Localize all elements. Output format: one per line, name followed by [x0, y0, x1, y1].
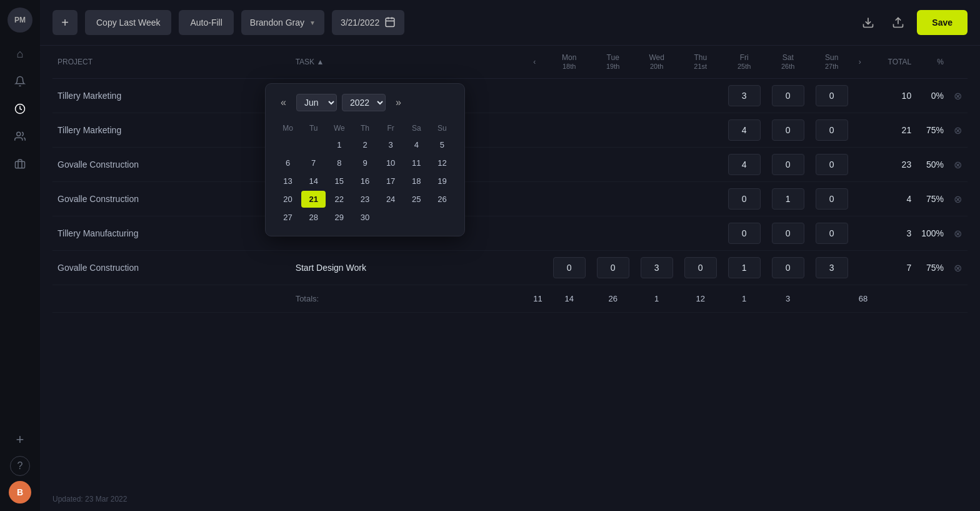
day-input-sat[interactable]: [772, 257, 804, 278]
calendar-day[interactable]: 11: [404, 154, 429, 171]
calendar-day[interactable]: 13: [276, 173, 300, 190]
day-cell-sun[interactable]: [810, 79, 854, 113]
day-cell-thu[interactable]: [679, 79, 722, 113]
day-cell-thu[interactable]: [679, 182, 722, 216]
day-cell-tue[interactable]: [591, 216, 635, 251]
day-cell-tue[interactable]: [591, 251, 635, 285]
year-select[interactable]: 20202021202220232024: [342, 94, 386, 111]
sidebar-item-timesheet[interactable]: [9, 98, 31, 120]
delete-icon[interactable]: ⊗: [954, 228, 962, 239]
day-cell-mon[interactable]: [548, 251, 591, 285]
day-cell-wed[interactable]: [635, 79, 679, 113]
sidebar-item-team[interactable]: [9, 125, 31, 148]
day-cell-thu[interactable]: [679, 251, 722, 285]
calendar-day[interactable]: 8: [327, 154, 351, 171]
day-input-sat[interactable]: [772, 188, 804, 210]
calendar-day[interactable]: 4: [404, 136, 429, 153]
day-input-sun[interactable]: [816, 154, 848, 175]
day-cell-sat[interactable]: [766, 148, 810, 182]
day-cell-tue[interactable]: [591, 79, 635, 113]
date-picker-button[interactable]: 3/21/2022: [332, 10, 404, 35]
day-cell-fri[interactable]: [722, 216, 766, 251]
calendar-day[interactable]: 17: [379, 173, 403, 190]
delete-icon[interactable]: ⊗: [954, 91, 962, 101]
calendar-day[interactable]: 7: [301, 154, 326, 171]
day-input-sun[interactable]: [816, 188, 848, 210]
day-input-wed[interactable]: [641, 257, 673, 278]
day-input-thu[interactable]: [684, 257, 717, 278]
day-cell-tue[interactable]: [591, 113, 635, 148]
save-button[interactable]: Save: [917, 10, 968, 35]
calendar-day[interactable]: 24: [379, 191, 403, 208]
day-input-sun[interactable]: [816, 119, 848, 141]
day-input-fri[interactable]: [728, 188, 761, 210]
day-input-fri[interactable]: [728, 223, 761, 244]
day-cell-sat[interactable]: [766, 251, 810, 285]
day-cell-fri[interactable]: [722, 251, 766, 285]
day-cell-fri[interactable]: [722, 148, 766, 182]
day-input-fri[interactable]: [728, 257, 761, 278]
delete-cell[interactable]: ⊗: [949, 113, 968, 148]
day-input-sun[interactable]: [816, 223, 848, 244]
month-select[interactable]: JanFebMarAprMayJunJulAugSepOctNovDec: [296, 94, 337, 111]
calendar-day[interactable]: 19: [430, 173, 454, 190]
calendar-day[interactable]: 1: [327, 136, 351, 153]
delete-cell[interactable]: ⊗: [949, 216, 968, 251]
header-nav-prev[interactable]: ‹: [528, 46, 547, 79]
calendar-day[interactable]: 2: [352, 136, 377, 153]
calendar-day[interactable]: 22: [327, 191, 351, 208]
calendar-day[interactable]: 16: [352, 173, 377, 190]
day-input-sun[interactable]: [816, 257, 848, 278]
calendar-day[interactable]: 12: [430, 154, 454, 171]
calendar-day[interactable]: 14: [301, 173, 326, 190]
day-cell-sun[interactable]: [810, 113, 854, 148]
calendar-day[interactable]: 18: [404, 173, 429, 190]
day-cell-mon[interactable]: [548, 216, 591, 251]
sidebar-item-home[interactable]: ⌂: [9, 43, 31, 65]
day-cell-fri[interactable]: [722, 113, 766, 148]
calendar-day[interactable]: 21: [301, 191, 326, 208]
app-logo[interactable]: PM: [8, 8, 32, 33]
delete-icon[interactable]: ⊗: [954, 263, 962, 273]
day-cell-fri[interactable]: [722, 182, 766, 216]
day-cell-tue[interactable]: [591, 182, 635, 216]
day-cell-wed[interactable]: [635, 113, 679, 148]
calendar-day[interactable]: 15: [327, 173, 351, 190]
day-cell-sat[interactable]: [766, 182, 810, 216]
day-cell-sun[interactable]: [810, 182, 854, 216]
calendar-day[interactable]: 23: [352, 191, 377, 208]
user-avatar[interactable]: B: [9, 481, 31, 503]
calendar-day[interactable]: 29: [327, 209, 351, 226]
download-button[interactable]: [857, 11, 879, 34]
day-cell-fri[interactable]: [722, 79, 766, 113]
day-cell-thu[interactable]: [679, 113, 722, 148]
calendar-day[interactable]: 9: [352, 154, 377, 171]
header-nav-next[interactable]: ›: [854, 46, 872, 79]
delete-icon[interactable]: ⊗: [954, 159, 962, 170]
day-cell-wed[interactable]: [635, 182, 679, 216]
day-cell-mon[interactable]: [548, 113, 591, 148]
day-cell-wed[interactable]: [635, 148, 679, 182]
day-input-tue[interactable]: [597, 257, 629, 278]
day-input-sat[interactable]: [772, 119, 804, 141]
day-cell-mon[interactable]: [548, 79, 591, 113]
day-cell-thu[interactable]: [679, 148, 722, 182]
delete-cell[interactable]: ⊗: [949, 182, 968, 216]
day-cell-mon[interactable]: [548, 148, 591, 182]
delete-cell[interactable]: ⊗: [949, 79, 968, 113]
calendar-day[interactable]: 26: [430, 191, 454, 208]
day-cell-sat[interactable]: [766, 216, 810, 251]
delete-cell[interactable]: ⊗: [949, 251, 968, 285]
calendar-day[interactable]: 20: [276, 191, 300, 208]
day-input-fri[interactable]: [728, 154, 761, 175]
day-cell-sun[interactable]: [810, 251, 854, 285]
calendar-day[interactable]: 5: [430, 136, 454, 153]
day-cell-sat[interactable]: [766, 79, 810, 113]
calendar-day[interactable]: 25: [404, 191, 429, 208]
day-input-sat[interactable]: [772, 223, 804, 244]
delete-cell[interactable]: ⊗: [949, 148, 968, 182]
sidebar-item-alerts[interactable]: [9, 70, 31, 93]
add-entry-button[interactable]: +: [52, 10, 78, 35]
calendar-day[interactable]: 6: [276, 154, 300, 171]
day-cell-sun[interactable]: [810, 148, 854, 182]
